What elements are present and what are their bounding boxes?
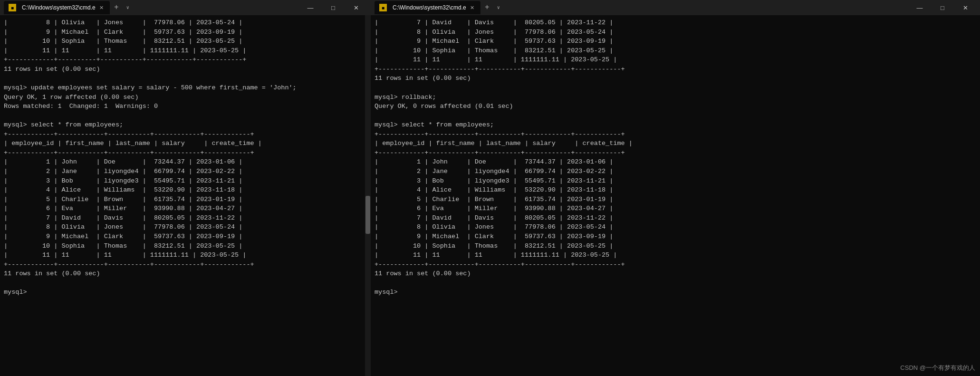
left-tab-dropdown[interactable]: ∨ — [123, 1, 133, 14]
right-window-controls: — □ ✕ — [909, 0, 976, 15]
right-tab-dropdown[interactable]: ∨ — [494, 1, 503, 14]
right-title-bar: ■ C:\Windows\system32\cmd.e ✕ + ∨ — □ ✕ — [371, 0, 980, 15]
left-maximize-button[interactable]: □ — [322, 0, 344, 15]
left-active-tab[interactable]: ■ C:\Windows\system32\cmd.e ✕ — [4, 1, 110, 14]
left-minimize-button[interactable]: — — [299, 0, 321, 15]
left-terminal-window: ■ C:\Windows\system32\cmd.e ✕ + ∨ — □ ✕ … — [0, 0, 371, 376]
right-terminal-icon: ■ — [379, 4, 387, 11]
left-scrollbar[interactable] — [365, 15, 371, 376]
left-terminal-content-wrapper: | 8 | Olivia | Jones | 77978.06 | 2023-0… — [0, 15, 371, 376]
left-terminal-icon: ■ — [9, 4, 16, 11]
right-terminal-content-wrapper: | 7 | David | Davis | 80205.05 | 2023-11… — [371, 15, 980, 376]
left-scrollbar-thumb[interactable] — [365, 196, 370, 234]
right-maximize-button[interactable]: □ — [932, 0, 953, 15]
right-add-tab-button[interactable]: + — [480, 1, 494, 14]
left-tab-label: C:\Windows\system32\cmd.e — [22, 4, 96, 11]
right-minimize-button[interactable]: — — [909, 0, 931, 15]
right-tab-close[interactable]: ✕ — [469, 4, 476, 11]
left-window-controls: — □ ✕ — [299, 0, 367, 15]
right-tab-label: C:\Windows\system32\cmd.e — [393, 4, 466, 11]
right-close-button[interactable]: ✕ — [954, 0, 976, 15]
left-title-bar: ■ C:\Windows\system32\cmd.e ✕ + ∨ — □ ✕ — [0, 0, 371, 15]
left-close-button[interactable]: ✕ — [345, 0, 367, 15]
left-tab-close[interactable]: ✕ — [98, 4, 105, 11]
left-add-tab-button[interactable]: + — [110, 1, 123, 14]
right-terminal-window: ■ C:\Windows\system32\cmd.e ✕ + ∨ — □ ✕ … — [371, 0, 980, 376]
left-terminal-body[interactable]: | 8 | Olivia | Jones | 77978.06 | 2023-0… — [0, 15, 371, 376]
csdn-watermark: CSDN @一个有梦有戏的人 — [900, 364, 975, 372]
right-terminal-body[interactable]: | 7 | David | Davis | 80205.05 | 2023-11… — [371, 15, 980, 376]
right-active-tab[interactable]: ■ C:\Windows\system32\cmd.e ✕ — [375, 1, 480, 14]
